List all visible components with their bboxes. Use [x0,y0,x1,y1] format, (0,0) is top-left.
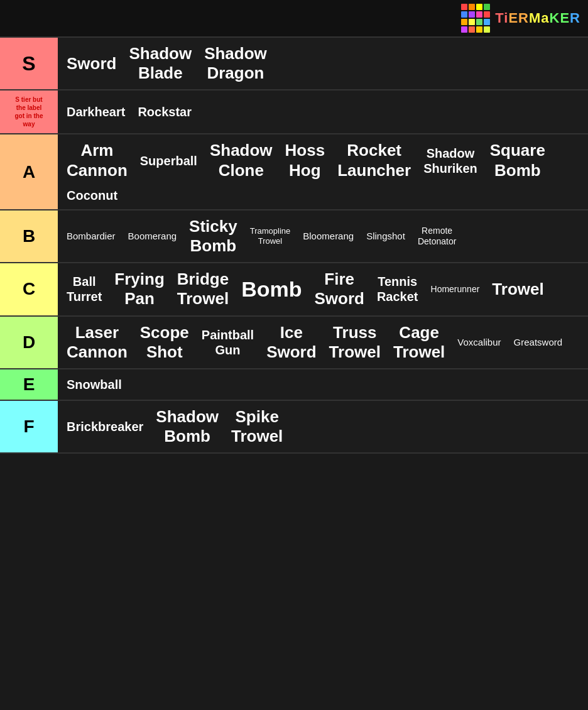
logo-cell [461,4,467,10]
tier-label-e: E [0,369,58,400]
logo-cell [469,26,475,33]
tiermaker-logo-text: TiERMaKER [495,10,580,26]
list-item: CageTrowel [388,320,450,364]
tier-content-b: Bombardier Boomerang StickyBomb Tramopli… [58,210,588,262]
tier-label-a: A [0,134,58,209]
list-item: TennisRacket [372,271,423,307]
list-item: Superball [135,151,202,171]
tier-list: TiERMaKER S Sword ShadowBlade ShadowDrag… [0,0,588,454]
list-item: Voxcalibur [452,334,506,351]
tier-label-s2: S tier butthe labelgot in theway [0,90,58,133]
list-item: Slingshot [361,228,410,244]
logo-cell [476,11,482,18]
tier-content-d: LaserCannon ScopeShot PaintballGun IceSw… [58,317,588,368]
tier-row-d: D LaserCannon ScopeShot PaintballGun Ice… [0,317,588,369]
list-item: RemoteDetonator [413,223,461,249]
list-item: Rockstar [133,102,197,122]
header-bar: TiERMaKER [0,0,588,38]
tier-content-a: ArmCannon Superball ShadowClone HossHog … [58,134,588,209]
list-item: ShadowBlade [124,41,197,85]
list-item: Coconut [62,185,122,205]
list-item: SquareBomb [485,138,550,182]
tier-row-s: S Sword ShadowBlade ShadowDragon [0,38,588,90]
list-item: Brickbreaker [62,417,148,437]
logo-cell [476,19,482,25]
list-item: BallTurret [62,271,107,307]
tier-row-b: B Bombardier Boomerang StickyBomb Tramop… [0,210,588,263]
tier-content-f: Brickbreaker ShadowBomb SpikeTrowel [58,401,588,452]
tier-content-e: Snowball [58,369,588,400]
list-item: StickyBomb [184,214,242,258]
list-item: ShadowShuriken [418,143,482,178]
logo-cell [484,11,490,18]
list-item: ShadowClone [205,138,278,182]
list-item: Greatsword [509,334,568,351]
list-item: Trowel [487,277,548,302]
tier-label-b: B [0,210,58,262]
tier-label-c: C [0,263,58,315]
list-item: TramoplineTrowel [245,224,296,248]
tier-content-s: Sword ShadowBlade ShadowDragon [58,38,588,89]
list-item: PaintballGun [197,325,259,360]
logo-cell [476,4,482,10]
logo-cell [461,11,467,18]
logo-cell [461,26,467,33]
list-item: ArmCannon [62,138,133,182]
list-item: FryingPan [109,267,169,311]
logo-grid [461,4,490,33]
list-item: LaserCannon [62,320,133,364]
list-item: Sword [62,52,121,76]
tier-row-c: C BallTurret FryingPan BridgeTrowel Bomb… [0,263,588,316]
list-item: Bombardier [62,228,121,244]
tier-row-f: F Brickbreaker ShadowBomb SpikeTrowel [0,401,588,454]
tier-row-a: A ArmCannon Superball ShadowClone HossHo… [0,134,588,210]
logo-cell [484,26,490,33]
logo-cell [476,26,482,33]
list-item: Snowball [62,374,127,395]
logo-cell [469,4,475,10]
list-item: SpikeTrowel [226,405,288,449]
tier-row-s2: S tier butthe labelgot in theway Darkhea… [0,90,588,134]
list-item: TrussTrowel [324,320,386,364]
tier-content-s2: Darkheart Rockstar [58,90,588,133]
tiermaker-logo: TiERMaKER [461,4,580,33]
list-item: ShadowDragon [199,41,272,85]
logo-cell [469,19,475,25]
list-item: BridgeTrowel [172,267,234,311]
list-item: HossHog [280,138,330,182]
logo-cell [461,19,467,25]
list-item: RocketLauncher [332,138,416,182]
logo-cell [484,4,490,10]
list-item: Homerunner [426,281,485,297]
list-item: IceSword [261,320,321,364]
logo-cell [484,19,490,25]
list-item: Bomb [236,274,307,305]
tier-content-c: BallTurret FryingPan BridgeTrowel Bomb F… [58,263,588,315]
list-item: Boomerang [123,228,182,244]
list-item: Darkheart [62,102,130,122]
list-item: ShadowBomb [151,405,224,449]
list-item: ScopeShot [135,320,194,364]
tier-row-e: E Snowball [0,369,588,401]
tier-label-f: F [0,401,58,452]
list-item: FireSword [309,267,369,311]
tier-label-s: S [0,38,58,89]
list-item: Bloomerang [298,228,359,244]
tier-label-d: D [0,317,58,368]
logo-cell [469,11,475,18]
